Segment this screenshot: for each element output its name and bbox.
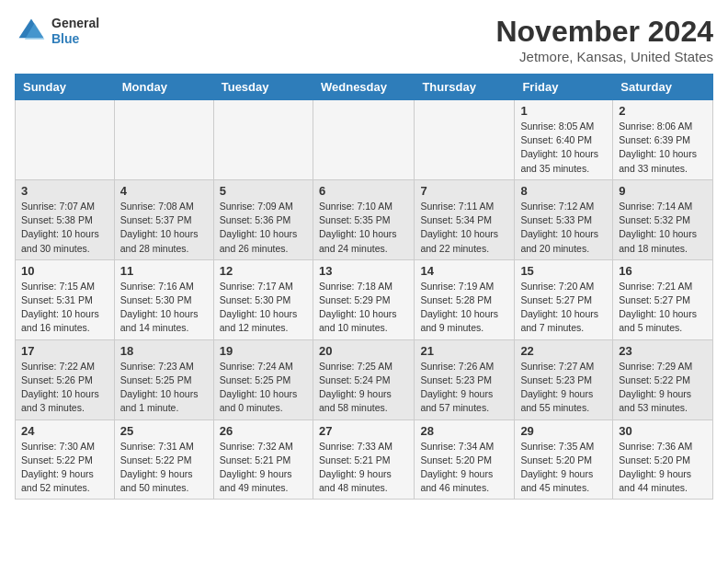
day-info: Sunrise: 7:16 AM Sunset: 5:30 PM Dayligh… [120, 280, 208, 336]
calendar-cell: 22Sunrise: 7:27 AM Sunset: 5:23 PM Dayli… [515, 339, 613, 419]
day-info: Sunrise: 7:19 AM Sunset: 5:28 PM Dayligh… [420, 280, 508, 336]
calendar-cell: 12Sunrise: 7:17 AM Sunset: 5:30 PM Dayli… [213, 259, 313, 339]
day-number: 15 [520, 264, 607, 278]
calendar-cell: 7Sunrise: 7:11 AM Sunset: 5:34 PM Daylig… [415, 179, 515, 259]
calendar-body: 1Sunrise: 8:05 AM Sunset: 6:40 PM Daylig… [16, 100, 713, 500]
weekday-header: Sunday [16, 75, 115, 100]
calendar-table: SundayMondayTuesdayWednesdayThursdayFrid… [15, 74, 713, 500]
day-info: Sunrise: 7:23 AM Sunset: 5:25 PM Dayligh… [120, 360, 208, 416]
calendar-cell: 11Sunrise: 7:16 AM Sunset: 5:30 PM Dayli… [114, 259, 213, 339]
day-info: Sunrise: 7:20 AM Sunset: 5:27 PM Dayligh… [520, 280, 607, 336]
day-number: 16 [619, 264, 707, 278]
day-info: Sunrise: 7:32 AM Sunset: 5:21 PM Dayligh… [220, 440, 307, 496]
day-number: 1 [520, 104, 607, 118]
day-number: 21 [420, 344, 508, 358]
day-number: 22 [520, 344, 607, 358]
day-info: Sunrise: 7:34 AM Sunset: 5:20 PM Dayligh… [420, 440, 508, 496]
calendar-cell: 13Sunrise: 7:18 AM Sunset: 5:29 PM Dayli… [313, 259, 414, 339]
day-number: 7 [420, 184, 508, 198]
calendar-cell: 28Sunrise: 7:34 AM Sunset: 5:20 PM Dayli… [415, 419, 515, 500]
calendar-week-row: 10Sunrise: 7:15 AM Sunset: 5:31 PM Dayli… [16, 259, 713, 339]
day-number: 18 [120, 344, 208, 358]
calendar-cell: 16Sunrise: 7:21 AM Sunset: 5:27 PM Dayli… [613, 259, 713, 339]
day-number: 24 [21, 424, 108, 438]
day-info: Sunrise: 7:25 AM Sunset: 5:24 PM Dayligh… [319, 360, 408, 416]
calendar-week-row: 1Sunrise: 8:05 AM Sunset: 6:40 PM Daylig… [16, 100, 713, 180]
calendar-cell: 30Sunrise: 7:36 AM Sunset: 5:20 PM Dayli… [613, 419, 713, 500]
calendar-cell: 29Sunrise: 7:35 AM Sunset: 5:20 PM Dayli… [515, 419, 613, 500]
calendar-cell [213, 100, 313, 180]
calendar-cell: 2Sunrise: 8:06 AM Sunset: 6:39 PM Daylig… [613, 100, 713, 180]
day-number: 17 [21, 344, 108, 358]
day-info: Sunrise: 8:05 AM Sunset: 6:40 PM Dayligh… [520, 120, 607, 176]
calendar-week-row: 24Sunrise: 7:30 AM Sunset: 5:22 PM Dayli… [16, 419, 713, 500]
calendar-cell: 25Sunrise: 7:31 AM Sunset: 5:22 PM Dayli… [114, 419, 213, 500]
day-info: Sunrise: 7:30 AM Sunset: 5:22 PM Dayligh… [21, 440, 108, 496]
weekday-header: Friday [515, 75, 613, 100]
day-number: 25 [120, 424, 208, 438]
day-info: Sunrise: 8:06 AM Sunset: 6:39 PM Dayligh… [619, 120, 707, 176]
day-number: 9 [619, 184, 707, 198]
logo-line2: Blue [51, 31, 99, 47]
day-number: 28 [420, 424, 508, 438]
day-info: Sunrise: 7:22 AM Sunset: 5:26 PM Dayligh… [21, 360, 108, 416]
day-info: Sunrise: 7:33 AM Sunset: 5:21 PM Dayligh… [319, 440, 408, 496]
calendar-cell: 23Sunrise: 7:29 AM Sunset: 5:22 PM Dayli… [613, 339, 713, 419]
day-info: Sunrise: 7:17 AM Sunset: 5:30 PM Dayligh… [220, 280, 307, 336]
logo: General Blue [15, 15, 99, 48]
day-number: 19 [220, 344, 307, 358]
calendar-cell [313, 100, 414, 180]
calendar-cell: 3Sunrise: 7:07 AM Sunset: 5:38 PM Daylig… [16, 179, 115, 259]
logo-line1: General [51, 16, 99, 31]
day-number: 3 [21, 184, 108, 198]
day-info: Sunrise: 7:29 AM Sunset: 5:22 PM Dayligh… [619, 360, 707, 416]
day-info: Sunrise: 7:10 AM Sunset: 5:35 PM Dayligh… [319, 200, 408, 256]
day-number: 30 [619, 424, 707, 438]
calendar-cell: 21Sunrise: 7:26 AM Sunset: 5:23 PM Dayli… [415, 339, 515, 419]
calendar-header: SundayMondayTuesdayWednesdayThursdayFrid… [16, 75, 713, 100]
day-info: Sunrise: 7:35 AM Sunset: 5:20 PM Dayligh… [520, 440, 607, 496]
day-number: 10 [21, 264, 108, 278]
day-info: Sunrise: 7:26 AM Sunset: 5:23 PM Dayligh… [420, 360, 508, 416]
calendar-cell: 15Sunrise: 7:20 AM Sunset: 5:27 PM Dayli… [515, 259, 613, 339]
calendar-cell: 20Sunrise: 7:25 AM Sunset: 5:24 PM Dayli… [313, 339, 414, 419]
title-block: November 2024 Jetmore, Kansas, United St… [495, 15, 713, 64]
weekday-header: Thursday [415, 75, 515, 100]
day-number: 11 [120, 264, 208, 278]
day-info: Sunrise: 7:36 AM Sunset: 5:20 PM Dayligh… [619, 440, 707, 496]
calendar-cell: 19Sunrise: 7:24 AM Sunset: 5:25 PM Dayli… [213, 339, 313, 419]
day-number: 12 [220, 264, 307, 278]
calendar-cell: 10Sunrise: 7:15 AM Sunset: 5:31 PM Dayli… [16, 259, 115, 339]
day-info: Sunrise: 7:07 AM Sunset: 5:38 PM Dayligh… [21, 200, 108, 256]
logo-text: General Blue [51, 16, 99, 47]
calendar-cell: 9Sunrise: 7:14 AM Sunset: 5:32 PM Daylig… [613, 179, 713, 259]
calendar-cell: 1Sunrise: 8:05 AM Sunset: 6:40 PM Daylig… [515, 100, 613, 180]
calendar-cell [415, 100, 515, 180]
day-info: Sunrise: 7:11 AM Sunset: 5:34 PM Dayligh… [420, 200, 508, 256]
calendar-cell: 26Sunrise: 7:32 AM Sunset: 5:21 PM Dayli… [213, 419, 313, 500]
day-number: 5 [220, 184, 307, 198]
day-info: Sunrise: 7:27 AM Sunset: 5:23 PM Dayligh… [520, 360, 607, 416]
weekday-header: Tuesday [213, 75, 313, 100]
day-info: Sunrise: 7:15 AM Sunset: 5:31 PM Dayligh… [21, 280, 108, 336]
month-year-title: November 2024 [495, 15, 713, 49]
calendar-cell: 24Sunrise: 7:30 AM Sunset: 5:22 PM Dayli… [16, 419, 115, 500]
logo-icon [15, 15, 48, 48]
calendar-cell: 14Sunrise: 7:19 AM Sunset: 5:28 PM Dayli… [415, 259, 515, 339]
day-number: 13 [319, 264, 408, 278]
page-header: General Blue November 2024 Jetmore, Kans… [15, 15, 713, 64]
day-info: Sunrise: 7:09 AM Sunset: 5:36 PM Dayligh… [220, 200, 307, 256]
calendar-cell: 27Sunrise: 7:33 AM Sunset: 5:21 PM Dayli… [313, 419, 414, 500]
weekday-header: Saturday [613, 75, 713, 100]
day-number: 23 [619, 344, 707, 358]
calendar-cell: 18Sunrise: 7:23 AM Sunset: 5:25 PM Dayli… [114, 339, 213, 419]
day-info: Sunrise: 7:18 AM Sunset: 5:29 PM Dayligh… [319, 280, 408, 336]
calendar-cell: 5Sunrise: 7:09 AM Sunset: 5:36 PM Daylig… [213, 179, 313, 259]
calendar-week-row: 3Sunrise: 7:07 AM Sunset: 5:38 PM Daylig… [16, 179, 713, 259]
day-info: Sunrise: 7:08 AM Sunset: 5:37 PM Dayligh… [120, 200, 208, 256]
day-number: 26 [220, 424, 307, 438]
day-number: 8 [520, 184, 607, 198]
day-number: 6 [319, 184, 408, 198]
calendar-cell [114, 100, 213, 180]
day-info: Sunrise: 7:24 AM Sunset: 5:25 PM Dayligh… [220, 360, 307, 416]
